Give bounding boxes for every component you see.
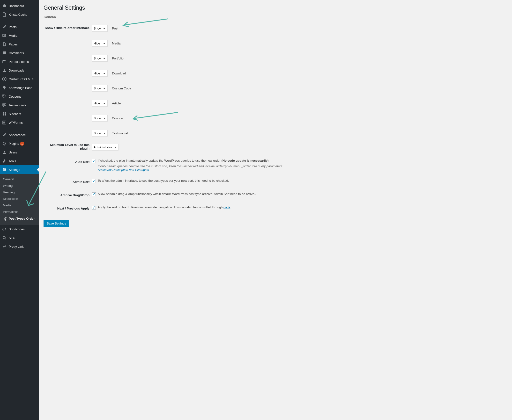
next-prev-code-link[interactable]: code	[223, 205, 230, 209]
show-hide-select-coupon[interactable]: ShowHide	[92, 115, 108, 121]
show-hide-select-media[interactable]: ShowHide	[92, 40, 108, 47]
submenu-label: General	[3, 177, 14, 181]
user-icon	[2, 150, 7, 155]
page-icon	[2, 12, 7, 17]
svg-rect-5	[3, 112, 4, 113]
submenu-label: Reading	[3, 190, 15, 194]
save-settings-button[interactable]: Save Settings	[44, 220, 69, 227]
svg-rect-8	[5, 114, 6, 115]
submenu-item-permalinks[interactable]: Permalinks	[0, 209, 39, 215]
sidebar-item-appearance[interactable]: Appearance	[0, 130, 39, 139]
show-hide-select-download[interactable]: ShowHide	[92, 70, 108, 77]
submenu-item-general[interactable]: General	[0, 176, 39, 182]
label-show-hide: Show / Hide re-order interface	[44, 21, 92, 140]
grid-icon	[2, 111, 7, 116]
svg-point-0	[4, 36, 5, 36]
bulb-icon	[2, 85, 7, 90]
auto-sort-link[interactable]: Additional Description and Examples	[98, 168, 149, 172]
post-type-row-download: ShowHideDownload	[92, 70, 507, 77]
sidebar-item-testimonials[interactable]: Testimonials	[0, 101, 39, 109]
sidebar-separator	[0, 20, 39, 21]
gear-icon	[3, 217, 8, 221]
submenu-label: Permalinks	[3, 210, 18, 214]
sidebar-item-label: Users	[9, 150, 17, 154]
tag-icon	[2, 94, 7, 99]
chat-icon	[2, 103, 7, 107]
sidebar-item-tools[interactable]: Tools	[0, 157, 39, 165]
sidebar-item-posts[interactable]: Posts	[0, 22, 39, 31]
admin-sort-text: To affect the admin interface, to see th…	[98, 179, 229, 182]
plus-icon	[2, 77, 7, 82]
sidebar-item-label: Shortcodes	[9, 227, 25, 231]
min-level-select[interactable]: Administrator	[92, 144, 119, 150]
sidebar-item-wpforms[interactable]: WPForms	[0, 118, 39, 127]
sidebar-item-plugins[interactable]: Plugins1	[0, 139, 39, 148]
svg-point-10	[4, 151, 5, 152]
svg-rect-7	[3, 114, 4, 115]
show-hide-select-custom-code[interactable]: ShowHide	[92, 85, 108, 92]
sidebar-item-settings[interactable]: Settings	[0, 165, 39, 174]
show-hide-select-article[interactable]: ShowHide	[92, 100, 108, 106]
auto-sort-checkbox[interactable]	[92, 159, 96, 163]
sidebar-item-label: Portfolio Items	[9, 60, 29, 64]
show-hide-select-testimonial[interactable]: ShowHide	[92, 130, 108, 136]
svg-rect-11	[3, 168, 4, 169]
sidebar-item-downloads[interactable]: Downloads	[0, 66, 39, 75]
svg-point-15	[3, 236, 5, 239]
svg-rect-6	[5, 112, 6, 113]
sidebar-item-users[interactable]: Users	[0, 148, 39, 157]
sidebar-item-label: Settings	[9, 168, 20, 172]
sidebar-item-label: SEO	[9, 236, 15, 240]
sidebar-item-coupons[interactable]: Coupons	[0, 92, 39, 101]
sidebar-item-label: Dashboard	[9, 4, 24, 8]
settings-submenu: GeneralWritingReadingDiscussionMediaPerm…	[0, 174, 39, 225]
next-prev-text: Apply the sort on Next / Previous site-w…	[98, 205, 230, 209]
label-admin-sort: Admin Sort	[44, 175, 92, 188]
submenu-item-media[interactable]: Media	[0, 202, 39, 209]
portfolio-icon	[2, 59, 7, 64]
svg-rect-12	[5, 169, 6, 170]
sidebar-item-knowledge-base[interactable]: Knowledge Base	[0, 83, 39, 92]
sidebar-item-label: Plugins	[9, 142, 19, 145]
sidebar-item-shortcodes[interactable]: Shortcodes	[0, 225, 39, 233]
show-hide-select-portfolio[interactable]: ShowHide	[92, 55, 108, 62]
sidebar-item-pretty-link[interactable]: Pretty Link	[0, 242, 39, 251]
submenu-item-writing[interactable]: Writing	[0, 182, 39, 189]
submenu-item-post-types-order[interactable]: Post Types Order	[0, 215, 39, 223]
settings-form-table: Show / Hide re-order interface ShowHideP…	[44, 21, 507, 215]
sidebar-item-label: Coupons	[9, 95, 21, 98]
sidebar-item-label: Posts	[9, 25, 17, 29]
sidebar-item-label: Knowledge Base	[9, 86, 32, 90]
sidebar-item-label: Custom CSS & JS	[9, 77, 34, 81]
post-type-row-coupon: ShowHideCoupon	[92, 115, 507, 121]
sidebar-item-pages[interactable]: Pages	[0, 40, 39, 49]
sidebar-item-media[interactable]: Media	[0, 31, 39, 40]
submenu-label: Writing	[3, 184, 13, 188]
sidebar-item-comments[interactable]: Comments	[0, 49, 39, 57]
submenu-label: Post Types Order	[9, 217, 35, 220]
next-prev-checkbox[interactable]	[92, 206, 96, 210]
submenu-item-discussion[interactable]: Discussion	[0, 195, 39, 202]
label-archive: Archive Drag&Drop	[44, 188, 92, 202]
sidebar-item-sidebars[interactable]: Sidebars	[0, 109, 39, 118]
main-content: General Settings General Show / Hide re-…	[39, 0, 512, 420]
sidebar-item-label: Media	[9, 34, 17, 38]
archive-text: Allow sortable drag & drop functionality…	[98, 192, 256, 196]
submenu-label: Discussion	[3, 197, 18, 201]
admin-sort-checkbox[interactable]	[92, 179, 96, 183]
sidebar-item-seo[interactable]: SEO	[0, 233, 39, 242]
show-hide-select-post[interactable]: ShowHide	[92, 25, 108, 32]
pin-icon	[2, 24, 7, 29]
sidebar-item-custom-css-js[interactable]: Custom CSS & JS	[0, 75, 39, 83]
post-type-label: Article	[112, 102, 121, 105]
sidebar-item-portfolio-items[interactable]: Portfolio Items	[0, 57, 39, 66]
sidebar-item-kinsta-cache[interactable]: Kinsta Cache	[0, 10, 39, 19]
update-badge: 1	[20, 142, 24, 146]
download-icon	[2, 68, 7, 73]
comment-icon	[2, 51, 7, 55]
link-icon	[2, 244, 7, 249]
submenu-item-reading[interactable]: Reading	[0, 189, 39, 195]
sidebar-item-dashboard[interactable]: Dashboard	[0, 1, 39, 10]
archive-checkbox[interactable]	[92, 192, 96, 196]
auto-sort-desc: If only certain queries need to use the …	[92, 164, 507, 172]
